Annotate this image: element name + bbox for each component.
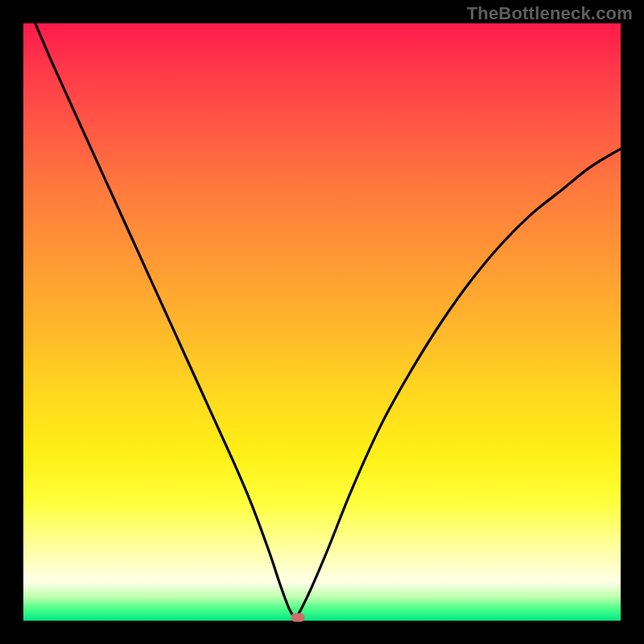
bottleneck-curve-path bbox=[35, 23, 621, 618]
bottleneck-curve bbox=[23, 23, 621, 621]
watermark-text: TheBottleneck.com bbox=[467, 3, 633, 24]
chart-frame: TheBottleneck.com bbox=[0, 0, 644, 644]
plot-area bbox=[23, 23, 621, 621]
optimum-marker bbox=[291, 613, 305, 621]
